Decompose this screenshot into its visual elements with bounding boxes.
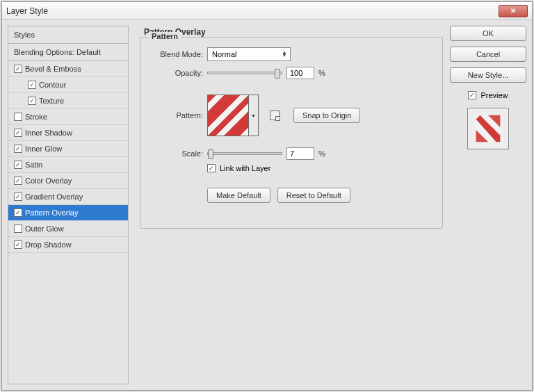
styles-sidebar: Styles Blending Options: Default Bevel &… bbox=[8, 26, 129, 384]
blend-mode-value: Normal bbox=[212, 50, 236, 58]
sidebar-item-label: Color Overlay bbox=[25, 177, 72, 185]
sidebar-item-satin[interactable]: Satin bbox=[8, 157, 128, 173]
sidebar-item-label: Texture bbox=[39, 97, 64, 105]
make-default-button[interactable]: Make Default bbox=[207, 188, 270, 203]
select-arrows-icon: ▲▼ bbox=[282, 51, 287, 57]
effect-checkbox[interactable] bbox=[14, 193, 22, 201]
sidebar-item-inner-shadow[interactable]: Inner Shadow bbox=[8, 125, 128, 141]
effect-checkbox[interactable] bbox=[14, 177, 22, 185]
scale-slider-thumb[interactable] bbox=[208, 149, 213, 159]
preview-checkbox[interactable] bbox=[468, 91, 476, 99]
sidebar-blending-options[interactable]: Blending Options: Default bbox=[8, 44, 128, 61]
effect-checkbox[interactable] bbox=[14, 145, 22, 153]
layer-style-dialog: Layer Style ✕ Styles Blending Options: D… bbox=[1, 1, 533, 391]
effect-checkbox[interactable] bbox=[14, 161, 22, 169]
reset-default-button[interactable]: Reset to Default bbox=[277, 188, 350, 203]
sidebar-item-label: Contour bbox=[39, 81, 66, 89]
preview-label: Preview bbox=[480, 91, 508, 99]
effect-checkbox[interactable] bbox=[14, 209, 22, 217]
preview-thumbnail bbox=[467, 108, 509, 149]
pattern-row: Pattern: bbox=[146, 95, 360, 136]
default-buttons-row: Make Default Reset to Default bbox=[207, 188, 350, 203]
effect-checkbox[interactable] bbox=[14, 224, 22, 233]
scale-input[interactable]: 7 bbox=[286, 147, 314, 160]
link-with-layer-label: Link with Layer bbox=[220, 164, 270, 172]
sidebar-item-color-overlay[interactable]: Color Overlay bbox=[8, 173, 128, 189]
pattern-group: Pattern Blend Mode: Normal ▲▼ Opacity: 1… bbox=[140, 37, 443, 229]
scale-label: Scale: bbox=[146, 149, 203, 158]
window-title: Layer Style bbox=[6, 6, 499, 16]
sidebar-item-stroke[interactable]: Stroke bbox=[8, 109, 128, 125]
sidebar-item-label: Gradient Overlay bbox=[25, 193, 83, 201]
blend-mode-select[interactable]: Normal ▲▼ bbox=[207, 47, 291, 61]
opacity-slider-thumb[interactable] bbox=[275, 69, 280, 79]
sidebar-item-label: Stroke bbox=[25, 113, 47, 121]
effect-checkbox[interactable] bbox=[14, 240, 22, 249]
sidebar-item-label: Inner Glow bbox=[25, 145, 62, 153]
sidebar-item-label: Drop Shadow bbox=[25, 240, 72, 249]
sidebar-item-drop-shadow[interactable]: Drop Shadow bbox=[8, 237, 128, 253]
sidebar-header-styles[interactable]: Styles bbox=[8, 26, 128, 44]
group-label: Pattern bbox=[149, 32, 181, 40]
titlebar: Layer Style ✕ bbox=[2, 2, 532, 20]
close-button[interactable]: ✕ bbox=[499, 5, 528, 17]
sidebar-item-label: Satin bbox=[25, 161, 42, 169]
preview-row: Preview bbox=[468, 91, 508, 99]
pattern-picker-arrow[interactable]: ▼ bbox=[249, 95, 259, 136]
link-row: Link with Layer bbox=[207, 164, 270, 172]
effect-checkbox[interactable] bbox=[14, 129, 22, 137]
content-area: Styles Blending Options: Default Bevel &… bbox=[2, 20, 532, 390]
opacity-slider[interactable] bbox=[207, 72, 282, 74]
cancel-button[interactable]: Cancel bbox=[450, 47, 526, 62]
opacity-unit: % bbox=[318, 69, 325, 77]
sidebar-item-outer-glow[interactable]: Outer Glow bbox=[8, 221, 128, 237]
sidebar-item-label: Outer Glow bbox=[25, 224, 64, 233]
opacity-row: Opacity: 100 % bbox=[146, 67, 325, 79]
effect-checkbox[interactable] bbox=[14, 65, 22, 73]
sidebar-item-texture[interactable]: Texture bbox=[8, 93, 128, 109]
sidebar-item-inner-glow[interactable]: Inner Glow bbox=[8, 141, 128, 157]
scale-unit: % bbox=[318, 149, 325, 158]
new-pattern-icon[interactable] bbox=[270, 111, 280, 120]
new-style-button[interactable]: New Style... bbox=[450, 67, 526, 83]
sidebar-item-gradient-overlay[interactable]: Gradient Overlay bbox=[8, 189, 128, 205]
main-panel: Pattern Overlay Pattern Blend Mode: Norm… bbox=[134, 26, 444, 384]
sidebar-item-label: Inner Shadow bbox=[25, 129, 72, 137]
sidebar-item-label: Pattern Overlay bbox=[25, 209, 78, 217]
opacity-input[interactable]: 100 bbox=[286, 67, 314, 79]
pattern-label: Pattern: bbox=[146, 111, 203, 120]
effect-checkbox[interactable] bbox=[28, 81, 36, 89]
blend-mode-label: Blend Mode: bbox=[146, 50, 203, 58]
effect-checkbox[interactable] bbox=[14, 113, 22, 121]
effect-checkbox[interactable] bbox=[28, 97, 36, 105]
scale-slider[interactable] bbox=[207, 152, 282, 155]
pattern-swatch[interactable] bbox=[207, 95, 249, 136]
sidebar-item-label: Bevel & Emboss bbox=[25, 65, 81, 73]
blend-mode-row: Blend Mode: Normal ▲▼ bbox=[146, 47, 291, 61]
sidebar-item-contour[interactable]: Contour bbox=[8, 77, 128, 93]
sidebar-item-bevel-emboss[interactable]: Bevel & Emboss bbox=[8, 61, 128, 77]
right-column: OK Cancel New Style... Preview bbox=[450, 26, 526, 384]
link-with-layer-checkbox[interactable] bbox=[207, 164, 216, 172]
ok-button[interactable]: OK bbox=[450, 26, 526, 41]
scale-row: Scale: 7 % bbox=[146, 147, 325, 160]
opacity-label: Opacity: bbox=[146, 69, 203, 77]
snap-to-origin-button[interactable]: Snap to Origin bbox=[293, 108, 360, 123]
sidebar-item-pattern-overlay[interactable]: Pattern Overlay bbox=[8, 205, 128, 221]
